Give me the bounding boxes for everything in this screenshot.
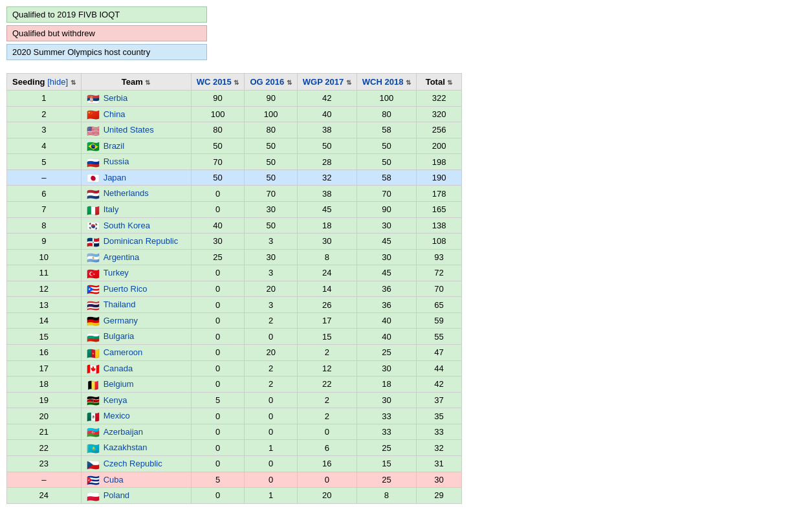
cell-wch: 36 bbox=[357, 297, 416, 313]
flag-icon: 🇷🇺 bbox=[87, 158, 101, 167]
team-link[interactable]: Cuba bbox=[104, 475, 124, 485]
col-header-wch2018[interactable]: WCH 2018 ⇅ bbox=[357, 74, 416, 91]
cell-total: 138 bbox=[417, 217, 462, 234]
table-row: 6🇳🇱Netherlands0703870178 bbox=[7, 186, 462, 202]
table-row: –🇯🇵Japan50503258190 bbox=[7, 169, 462, 186]
cell-seeding: 4 bbox=[7, 138, 82, 154]
rankings-table-container: Seeding [hide] ⇅ Team ⇅ WC 2015 ⇅ OG 201… bbox=[6, 73, 806, 504]
col-wch2018-label: WCH 2018 bbox=[362, 77, 404, 87]
flag-icon: 🇧🇬 bbox=[87, 333, 101, 342]
team-link[interactable]: Poland bbox=[104, 490, 129, 500]
cell-og: 50 bbox=[245, 169, 297, 186]
table-row: 14🇩🇪Germany02174059 bbox=[7, 312, 462, 329]
cell-wch: 40 bbox=[357, 312, 416, 329]
flag-icon: 🇰🇷 bbox=[87, 221, 101, 230]
col-seeding-hide[interactable]: [hide] bbox=[47, 77, 68, 87]
cell-og: 90 bbox=[245, 91, 297, 107]
cell-total: 47 bbox=[417, 345, 462, 361]
cell-total: 190 bbox=[417, 169, 462, 186]
table-row: 1🇷🇸Serbia909042100322 bbox=[7, 91, 462, 107]
team-link[interactable]: Netherlands bbox=[104, 188, 149, 198]
cell-total: 200 bbox=[417, 138, 462, 154]
cell-wch: 30 bbox=[357, 392, 416, 408]
team-link[interactable]: Canada bbox=[104, 364, 133, 373]
cell-total: 256 bbox=[417, 122, 462, 138]
cell-wgp: 2 bbox=[297, 345, 357, 361]
team-link[interactable]: Thailand bbox=[104, 300, 136, 309]
cell-wgp: 15 bbox=[297, 329, 357, 345]
cell-wc: 0 bbox=[191, 455, 245, 472]
team-link[interactable]: United States bbox=[104, 125, 154, 135]
table-row: 5🇷🇺Russia70502850198 bbox=[7, 154, 462, 170]
legend-label-host-country: 2020 Summer Olympics host country bbox=[12, 47, 150, 57]
cell-wgp: 38 bbox=[297, 122, 357, 138]
team-link[interactable]: Cameroon bbox=[104, 347, 143, 357]
col-header-wgp2017[interactable]: WGP 2017 ⇅ bbox=[297, 74, 357, 91]
cell-seeding: 15 bbox=[7, 329, 82, 345]
team-link[interactable]: South Korea bbox=[104, 221, 150, 230]
team-link[interactable]: Russia bbox=[104, 157, 129, 166]
col-total-sort: ⇅ bbox=[447, 79, 452, 86]
col-header-team[interactable]: Team ⇅ bbox=[81, 74, 191, 91]
cell-og: 70 bbox=[245, 186, 297, 202]
table-row: 3🇺🇸United States80803858256 bbox=[7, 122, 462, 138]
cell-wc: 70 bbox=[191, 154, 245, 170]
cell-total: 59 bbox=[417, 312, 462, 329]
cell-total: 44 bbox=[417, 360, 462, 377]
cell-team: 🇨🇲Cameroon bbox=[81, 345, 191, 361]
cell-wgp: 22 bbox=[297, 377, 357, 393]
cell-og: 1 bbox=[245, 488, 297, 504]
cell-team: 🇨🇺Cuba bbox=[81, 472, 191, 488]
col-wch2018-sort: ⇅ bbox=[406, 79, 411, 86]
team-link[interactable]: Japan bbox=[104, 173, 126, 182]
table-row: 2🇨🇳China1001004080320 bbox=[7, 106, 462, 122]
cell-seeding: 24 bbox=[7, 488, 82, 504]
cell-wch: 15 bbox=[357, 455, 416, 472]
team-link[interactable]: Italy bbox=[104, 204, 119, 214]
cell-wc: 0 bbox=[191, 201, 245, 217]
team-link[interactable]: China bbox=[104, 109, 126, 119]
team-link[interactable]: Bulgaria bbox=[104, 331, 135, 341]
cell-total: 322 bbox=[417, 91, 462, 107]
flag-icon: 🇲🇽 bbox=[87, 412, 101, 421]
cell-wgp: 12 bbox=[297, 360, 357, 377]
team-link[interactable]: Belgium bbox=[104, 379, 134, 389]
cell-team: 🇰🇪Kenya bbox=[81, 392, 191, 408]
cell-og: 2 bbox=[245, 377, 297, 393]
cell-og: 2 bbox=[245, 312, 297, 329]
team-link[interactable]: Kazakhstan bbox=[104, 442, 148, 452]
table-row: 24🇵🇱Poland0120829 bbox=[7, 488, 462, 504]
team-link[interactable]: Azerbaijan bbox=[104, 427, 143, 437]
team-link[interactable]: Mexico bbox=[104, 411, 130, 420]
cell-wgp: 0 bbox=[297, 472, 357, 488]
cell-wch: 30 bbox=[357, 217, 416, 234]
team-link[interactable]: Kenya bbox=[104, 395, 127, 405]
col-header-total[interactable]: Total ⇅ bbox=[417, 74, 462, 91]
cell-total: 93 bbox=[417, 249, 462, 265]
team-link[interactable]: Dominican Republic bbox=[104, 236, 179, 246]
cell-total: 198 bbox=[417, 154, 462, 170]
team-link[interactable]: Germany bbox=[104, 316, 138, 325]
cell-wc: 0 bbox=[191, 440, 245, 456]
col-header-og2016[interactable]: OG 2016 ⇅ bbox=[245, 74, 297, 91]
cell-og: 3 bbox=[245, 265, 297, 281]
team-link[interactable]: Czech Republic bbox=[104, 459, 162, 468]
cell-wgp: 45 bbox=[297, 201, 357, 217]
cell-og: 30 bbox=[245, 249, 297, 265]
team-link[interactable]: Puerto Rico bbox=[104, 284, 148, 294]
table-row: –🇨🇺Cuba5002530 bbox=[7, 472, 462, 488]
cell-team: 🇳🇱Netherlands bbox=[81, 186, 191, 202]
col-header-wc2015[interactable]: WC 2015 ⇅ bbox=[191, 74, 245, 91]
flag-icon: 🇮🇹 bbox=[87, 206, 101, 215]
cell-team: 🇲🇽Mexico bbox=[81, 408, 191, 424]
cell-wch: 33 bbox=[357, 424, 416, 440]
team-link[interactable]: Argentina bbox=[104, 252, 140, 262]
team-link[interactable]: Serbia bbox=[104, 93, 128, 103]
legend: Qualified to 2019 FIVB IOQT Qualified bu… bbox=[6, 6, 207, 60]
team-link[interactable]: Brazil bbox=[104, 141, 125, 151]
flag-icon: 🇳🇱 bbox=[87, 190, 101, 199]
team-link[interactable]: Turkey bbox=[104, 268, 129, 278]
col-header-seeding[interactable]: Seeding [hide] ⇅ bbox=[7, 74, 82, 91]
cell-wc: 40 bbox=[191, 217, 245, 234]
cell-wc: 0 bbox=[191, 329, 245, 345]
